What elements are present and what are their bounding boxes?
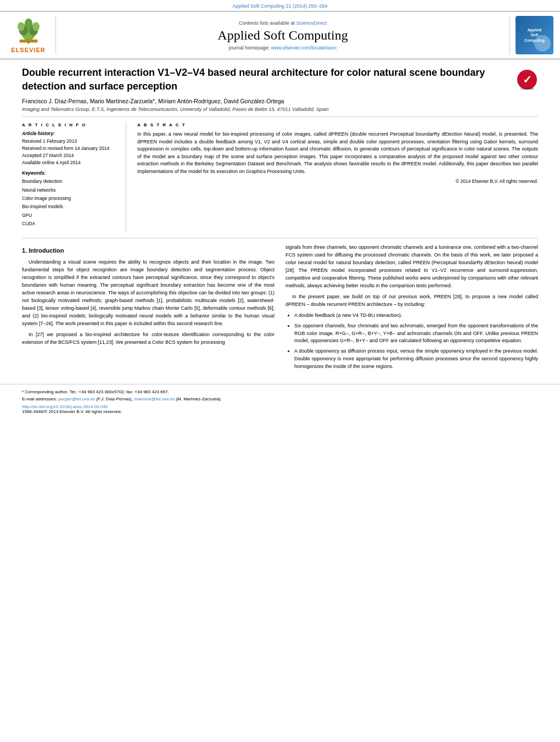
- svg-point-6: [24, 18, 32, 28]
- intro-heading: 1. Introduction: [22, 246, 275, 255]
- elsevier-label: ELSEVIER: [11, 47, 45, 53]
- revised-date: Received in revised form 14 January 2014: [22, 145, 119, 152]
- abstract-text: In this paper, a new neural model for bi…: [137, 131, 538, 175]
- keyword-3: Color image processing: [22, 194, 119, 203]
- contents-line: Contents lists available at ScienceDirec…: [239, 20, 327, 26]
- paper-content: Double recurrent interaction V1–V2–V4 ba…: [0, 59, 560, 380]
- body-columns: 1. Introduction Understanding a visual s…: [22, 244, 538, 374]
- article-history: Article history: Received 1 February 201…: [22, 131, 119, 166]
- intro-para-1: Understanding a visual scene requires th…: [22, 259, 275, 327]
- abstract-column: A B S T R A C T In this paper, a new neu…: [137, 122, 538, 232]
- doi-line[interactable]: http://dx.doi.org/10.1016/j.asoc.2014.03…: [22, 404, 538, 409]
- keyword-4: Bio-inspired models: [22, 203, 119, 211]
- footer: * Corresponding author. Tel.: +34 983 42…: [0, 384, 560, 417]
- authors: Francisco J. Díaz-Pernas, Mario Martínez…: [22, 98, 511, 104]
- journal-reference: Applied Soft Computing 21 (2014) 250–264: [0, 0, 560, 11]
- history-label: Article history:: [22, 131, 119, 136]
- info-abstract-columns: A R T I C L E I N F O Article history: R…: [22, 122, 538, 238]
- affiliation: Imaging and Telematics Group, E.T.S, Ing…: [22, 107, 511, 112]
- keyword-5: GPU: [22, 211, 119, 220]
- col2-para-2: In the present paper, we build on top of…: [285, 293, 538, 309]
- svg-point-5: [32, 22, 40, 31]
- available-date: Available online 4 April 2014: [22, 159, 119, 166]
- article-info-label: A R T I C L E I N F O: [22, 122, 119, 127]
- accepted-date: Accepted 27 March 2014: [22, 152, 119, 159]
- footnote-corresponding: * Corresponding author. Tel.: +34 983 42…: [22, 389, 538, 396]
- col2-para-1: signals from three channels, two opponen…: [285, 244, 538, 290]
- article-title-section: Double recurrent interaction V1–V2–V4 ba…: [22, 66, 538, 117]
- article-title: Double recurrent interaction V1–V2–V4 ba…: [22, 66, 511, 93]
- journal-logo-box: Applied Soft Computing: [509, 16, 553, 54]
- bullet-item-3: A double opponency as diffusion process …: [294, 348, 538, 371]
- elsevier-logo: ELSEVIER: [7, 16, 56, 54]
- journal-header: ELSEVIER Contents lists available at Sci…: [0, 11, 560, 59]
- abstract-label: A B S T R A C T: [137, 122, 538, 127]
- article-info-column: A R T I C L E I N F O Article history: R…: [22, 122, 126, 232]
- keyword-6: CUDA: [22, 220, 119, 228]
- keyword-1: Boundary detection: [22, 177, 119, 186]
- svg-text:✓: ✓: [523, 74, 532, 86]
- journal-title-header: Applied Soft Computing: [217, 28, 348, 43]
- keywords-block: Keywords: Boundary detection Neural netw…: [22, 170, 119, 228]
- body-left-column: 1. Introduction Understanding a visual s…: [22, 244, 275, 374]
- body-right-column: signals from three channels, two opponen…: [285, 244, 538, 374]
- bullet-item-1: A double feedback (a new V4 TD-BU intera…: [294, 312, 538, 320]
- bullet-item-2: Six opponent channels, four chromatic an…: [294, 322, 538, 345]
- logo-text: Applied Soft Computing: [524, 27, 545, 42]
- received-date: Received 1 February 2013: [22, 138, 119, 145]
- journal-center: Contents lists available at ScienceDirec…: [61, 16, 504, 54]
- svg-text:CrossMark: CrossMark: [520, 87, 534, 90]
- svg-point-4: [18, 22, 25, 31]
- homepage-line: journal homepage: www.elsevier.com/locat…: [229, 45, 337, 51]
- keywords-list: Boundary detection Neural networks Color…: [22, 177, 119, 228]
- footnote-email: E-mail addresses: pacper@tel.uva.es (F.J…: [22, 396, 538, 403]
- copyright: © 2014 Elsevier B.V. All rights reserved…: [137, 178, 538, 184]
- issn-line: 1568-4946/© 2014 Elsevier B.V. All right…: [22, 409, 538, 414]
- feature-bullet-list: A double feedback (a new V4 TD-BU intera…: [285, 312, 538, 371]
- article-title-text: Double recurrent interaction V1–V2–V4 ba…: [22, 66, 511, 112]
- intro-para-2: In [27] we proposed a bio-inspired archi…: [22, 331, 275, 347]
- keywords-label: Keywords:: [22, 170, 119, 176]
- journal-logo-image: Applied Soft Computing: [516, 16, 553, 54]
- keyword-2: Neural networks: [22, 186, 119, 194]
- crossmark-logo: ✓ CrossMark: [516, 69, 538, 91]
